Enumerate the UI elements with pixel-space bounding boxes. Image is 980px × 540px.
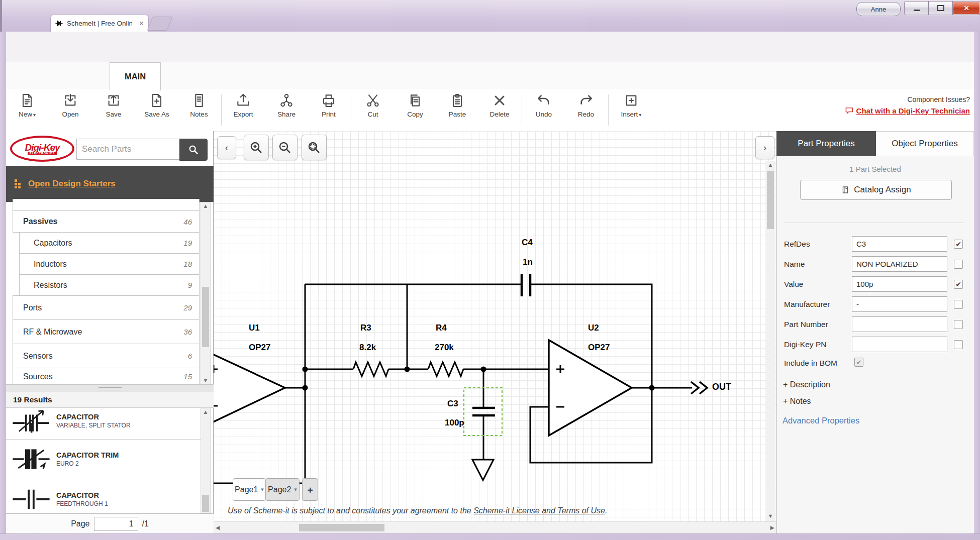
insert-button[interactable]: Insert — [613, 92, 649, 128]
category-sources[interactable]: Sources 15 — [13, 368, 200, 384]
page1-tab[interactable]: Page1 — [233, 478, 266, 501]
open-design-starters-link[interactable]: Open Design Starters — [28, 179, 116, 189]
value-u2[interactable]: OP27 — [588, 343, 610, 353]
value-r3[interactable]: 8.2k — [359, 343, 376, 353]
export-button[interactable]: Export — [225, 92, 261, 128]
category-inductors[interactable]: Inductors 18 — [19, 253, 200, 275]
tab-part-properties[interactable]: Part Properties — [776, 131, 876, 156]
category-sensors[interactable]: Sensors 6 — [13, 344, 200, 368]
category-scrollbar[interactable]: ▲ ▼ — [201, 202, 211, 384]
resistor-r4-symbol[interactable] — [428, 362, 463, 376]
part-number-visibility-checkbox[interactable] — [954, 320, 963, 329]
search-button[interactable] — [179, 139, 208, 161]
profile-button[interactable]: Anne — [856, 2, 901, 16]
ground-symbol[interactable] — [472, 460, 494, 480]
scroll-up-icon[interactable]: ▲ — [201, 202, 210, 209]
capacitor-c4-symbol[interactable] — [522, 274, 530, 296]
result-item-capacitor-variable[interactable]: CAPACITOR VARIABLE, SPLIT STATOR — [6, 408, 201, 440]
menu-main-active-tab[interactable]: MAIN — [110, 62, 161, 90]
digikey-pn-visibility-checkbox[interactable] — [954, 340, 963, 349]
tab-close-icon[interactable] — [139, 19, 144, 28]
part-number-input[interactable] — [852, 316, 947, 332]
copy-button[interactable]: Copy — [397, 92, 433, 128]
category-resistors[interactable]: Resistors 9 — [19, 274, 200, 296]
undo-button[interactable]: Undo — [526, 92, 562, 128]
scrollbar-thumb[interactable] — [202, 287, 209, 347]
scroll-right-icon[interactable]: ▶ — [770, 524, 774, 531]
add-page-button[interactable] — [302, 478, 318, 501]
canvas-vertical-scrollbar[interactable]: ▲ ▼ — [765, 161, 775, 521]
notes-button[interactable]: Notes — [181, 92, 217, 128]
value-u1[interactable]: OP27 — [249, 343, 270, 353]
scroll-up-icon[interactable]: ▲ — [201, 408, 210, 415]
canvas-horizontal-scrollbar[interactable]: ◀ ▶ — [214, 521, 776, 534]
paste-button[interactable]: Paste — [439, 92, 475, 128]
zoom-fit-button[interactable] — [302, 135, 327, 160]
collapse-right-panel-button[interactable]: › — [755, 136, 774, 159]
category-capacitors[interactable]: Capacitors 19 — [19, 232, 200, 254]
page-number-input[interactable] — [94, 517, 138, 531]
result-item-capacitor-trim[interactable]: CAPACITOR TRIM EURO 2 — [6, 440, 201, 479]
refdes-c3[interactable]: C3 — [447, 399, 458, 409]
redo-button[interactable]: Redo — [568, 92, 604, 128]
value-input[interactable] — [852, 276, 947, 292]
value-c4[interactable]: 1n — [523, 257, 533, 267]
name-input[interactable] — [852, 256, 947, 272]
opamp-u2-symbol[interactable] — [549, 340, 632, 436]
category-ports[interactable]: Ports 29 — [13, 295, 200, 320]
advanced-properties-link[interactable]: Advanced Properties — [782, 416, 859, 425]
save-as-button[interactable]: Save As — [139, 92, 175, 128]
manufacturer-visibility-checkbox[interactable] — [954, 300, 963, 309]
zoom-out-button[interactable] — [272, 135, 298, 160]
description-expander[interactable]: + Description — [783, 380, 830, 389]
refdes-visibility-checkbox[interactable] — [954, 240, 963, 249]
save-button[interactable]: Save — [95, 92, 132, 128]
include-in-bom-checkbox[interactable] — [854, 358, 863, 367]
category-rf-microwave[interactable]: RF & Microwave 36 — [13, 319, 200, 344]
scroll-left-icon[interactable]: ◀ — [216, 524, 220, 531]
chat-link[interactable]: Chat with a Digi-Key Technician — [856, 106, 970, 115]
chat-link-row[interactable]: Chat with a Digi-Key Technician — [824, 106, 970, 116]
manufacturer-input[interactable] — [852, 296, 947, 312]
notes-expander[interactable]: + Notes — [783, 397, 811, 406]
open-button[interactable]: Open — [52, 92, 88, 128]
minimize-button[interactable] — [904, 1, 929, 15]
value-r4[interactable]: 270k — [435, 343, 454, 353]
resistor-r3-symbol[interactable] — [353, 362, 388, 376]
refdes-u1[interactable]: U1 — [249, 323, 260, 333]
scrollbar-thumb[interactable] — [299, 524, 384, 531]
capacitor-c3-symbol[interactable] — [472, 408, 495, 415]
scroll-down-icon[interactable]: ▼ — [765, 512, 775, 519]
maximize-button[interactable] — [928, 1, 953, 15]
tab-object-properties[interactable]: Object Properties — [876, 131, 974, 156]
scrollbar-thumb[interactable] — [202, 495, 209, 512]
catalog-assign-button[interactable]: Catalog Assign — [800, 180, 952, 200]
refdes-c4[interactable]: C4 — [522, 238, 533, 248]
result-item-capacitor-feedthrough[interactable]: CAPACITOR FEEDTHROUGH 1 — [6, 479, 201, 513]
opamp-u1-symbol[interactable] — [214, 344, 285, 433]
category-passives[interactable]: Passives 46 — [13, 210, 200, 233]
close-button[interactable] — [952, 1, 980, 15]
browser-tab[interactable]: SchemeIt | Free Online S — [50, 14, 149, 32]
value-visibility-checkbox[interactable] — [954, 280, 963, 289]
schematic-canvas[interactable]: U1 OP27 R3 8.2k R4 270k U2 OP27 C4 1n C3… — [214, 131, 776, 521]
new-button[interactable]: New — [9, 92, 45, 128]
refdes-r4[interactable]: R4 — [436, 323, 447, 333]
collapse-left-panel-button[interactable]: ‹ — [217, 136, 236, 159]
scroll-down-icon[interactable]: ▼ — [201, 377, 210, 384]
name-visibility-checkbox[interactable] — [954, 260, 963, 269]
scroll-up-icon[interactable]: ▲ — [765, 161, 775, 168]
zoom-in-button[interactable] — [244, 135, 269, 160]
value-c3[interactable]: 100p — [445, 418, 464, 428]
category-row-partial[interactable] — [13, 199, 200, 211]
share-button[interactable]: Share — [268, 92, 305, 128]
results-scrollbar[interactable]: ▲ — [201, 408, 211, 513]
search-input[interactable] — [76, 139, 180, 160]
scrollbar-thumb[interactable] — [767, 171, 774, 229]
new-tab-button[interactable] — [147, 17, 172, 31]
schematic-drawing[interactable] — [214, 131, 776, 521]
delete-button[interactable]: Delete — [481, 92, 518, 128]
refdes-r3[interactable]: R3 — [360, 323, 371, 333]
license-link[interactable]: Scheme-it License and Terms of Use — [473, 506, 605, 515]
refdes-u2[interactable]: U2 — [588, 323, 599, 333]
